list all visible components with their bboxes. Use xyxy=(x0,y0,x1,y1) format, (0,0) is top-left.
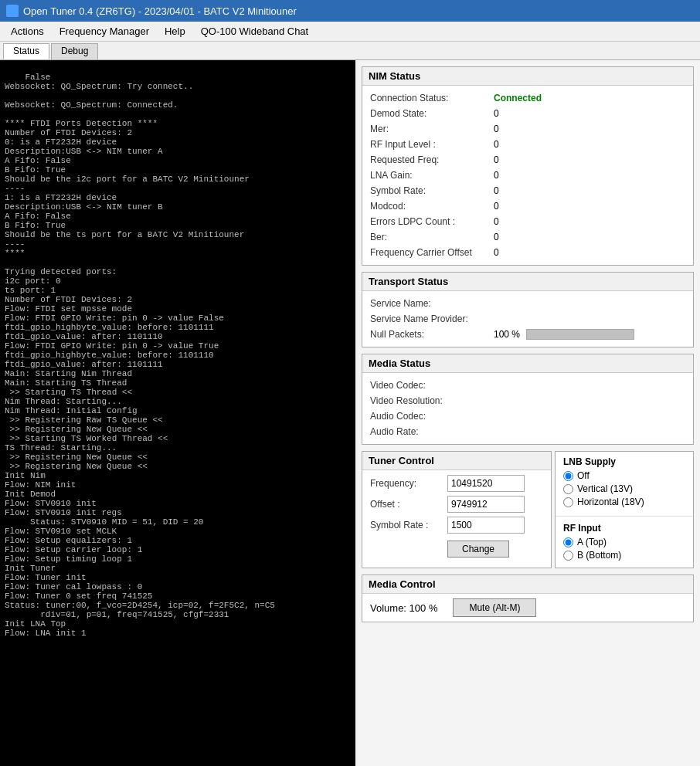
status-row-symbol-rate: Symbol Rate: 0 xyxy=(370,183,685,198)
status-label-demod: Demod State: xyxy=(370,108,494,119)
status-value-req-freq: 0 xyxy=(494,154,499,165)
rf-input-group: RF Input A (Top) B (Bottom) xyxy=(556,518,693,568)
status-label-audio-rate: Audio Rate: xyxy=(370,426,494,437)
status-value-demod: 0 xyxy=(494,108,499,119)
lnb-horizontal-row: Horizontal (18V) xyxy=(563,497,685,507)
status-value-connection: Connected xyxy=(494,93,542,103)
status-row-ber: Ber: 0 xyxy=(370,229,685,245)
lnb-horizontal-label: Horizontal (18V) xyxy=(577,497,644,507)
status-row-video-codec: Video Codec: xyxy=(370,378,685,393)
rf-a-radio[interactable] xyxy=(563,537,573,547)
status-row-service-name: Service Name: xyxy=(370,296,685,311)
lnb-off-row: Off xyxy=(563,470,685,481)
app-icon xyxy=(6,5,19,17)
status-row-errors-ldpc: Errors LDPC Count : 0 xyxy=(370,214,685,229)
nim-status-body: Connection Status: Connected Demod State… xyxy=(362,86,693,265)
tuner-lnb-row: Tuner Control Frequency: Offset : Symbol… xyxy=(362,451,694,568)
status-row-req-freq: Requested Freq: 0 xyxy=(370,152,685,168)
media-control-body: Volume: 100 % Mute (Alt-M) xyxy=(362,594,693,622)
status-value-symbol-rate: 0 xyxy=(494,185,499,196)
change-button[interactable]: Change xyxy=(447,541,509,558)
lnb-supply-group: LNB Supply Off Vertical (13V) Horizontal… xyxy=(556,452,693,514)
nim-status-title: NIM Status xyxy=(362,67,693,86)
tab-status[interactable]: Status xyxy=(3,43,49,59)
status-value-rf-input: 0 xyxy=(494,139,499,150)
null-packets-progress-bar xyxy=(526,329,634,340)
status-row-freq-offset: Frequency Carrier Offset 0 xyxy=(370,245,685,260)
tuner-control-body: Frequency: Offset : Symbol Rate : Change xyxy=(362,470,551,562)
tuner-frequency-row: Frequency: xyxy=(370,475,543,492)
media-status-body: Video Codec: Video Resolution: Audio Cod… xyxy=(362,373,693,444)
lnb-off-label: Off xyxy=(577,470,590,481)
console-text: False Websocket: QO_Spectrum: Try connec… xyxy=(5,73,275,638)
status-label-ber: Ber: xyxy=(370,232,494,242)
status-label-video-res: Video Resolution: xyxy=(370,395,494,406)
frequency-input[interactable] xyxy=(447,475,525,492)
symbol-rate-input[interactable] xyxy=(447,517,525,534)
rf-input-title: RF Input xyxy=(563,523,685,534)
status-value-freq-offset: 0 xyxy=(494,247,499,258)
lnb-vertical-label: Vertical (13V) xyxy=(577,483,633,494)
menu-frequency-manager[interactable]: Frequency Manager xyxy=(52,23,157,39)
status-row-mer: Mer: 0 xyxy=(370,121,685,137)
rf-a-label: A (Top) xyxy=(577,537,607,547)
rf-b-label: B (Bottom) xyxy=(577,550,621,561)
status-label-service-provider: Service Name Provider: xyxy=(370,314,494,324)
status-value-modcod: 0 xyxy=(494,201,499,212)
tuner-symbol-rate-row: Symbol Rate : xyxy=(370,517,543,534)
offset-input[interactable] xyxy=(447,496,525,513)
right-panel: NIM Status Connection Status: Connected … xyxy=(355,60,700,766)
mute-button[interactable]: Mute (Alt-M) xyxy=(453,598,536,617)
status-row-video-res: Video Resolution: xyxy=(370,393,685,408)
status-value-errors-ldpc: 0 xyxy=(494,216,499,227)
status-row-modcod: Modcod: 0 xyxy=(370,198,685,214)
tuner-frequency-label: Frequency: xyxy=(370,478,447,489)
menu-actions[interactable]: Actions xyxy=(3,23,52,39)
null-packets-progress-fill xyxy=(527,330,634,339)
menu-qo100[interactable]: QO-100 Wideband Chat xyxy=(193,23,316,39)
status-label-freq-offset: Frequency Carrier Offset xyxy=(370,247,494,258)
tab-debug[interactable]: Debug xyxy=(51,43,98,59)
status-label-audio-codec: Audio Codec: xyxy=(370,411,494,422)
status-value-mer: 0 xyxy=(494,124,499,134)
window-title: Open Tuner 0.4 (ZR6TG) - 2023/04/01 - BA… xyxy=(23,5,297,17)
media-status-section: Media Status Video Codec: Video Resoluti… xyxy=(362,354,694,445)
lnb-rf-section: LNB Supply Off Vertical (13V) Horizontal… xyxy=(555,451,694,568)
tuner-control-title: Tuner Control xyxy=(362,452,551,470)
status-value-lna-gain: 0 xyxy=(494,170,499,181)
status-label-service-name: Service Name: xyxy=(370,298,494,309)
status-value-null-packets: 100 % xyxy=(494,329,520,340)
media-status-title: Media Status xyxy=(362,354,693,373)
menu-help[interactable]: Help xyxy=(157,23,193,39)
media-control-title: Media Control xyxy=(362,575,693,594)
tuner-offset-row: Offset : xyxy=(370,496,543,513)
tab-bar: Status Debug xyxy=(0,42,700,60)
status-row-lna-gain: LNA Gain: 0 xyxy=(370,168,685,183)
console-panel: False Websocket: QO_Spectrum: Try connec… xyxy=(0,60,355,766)
transport-status-section: Transport Status Service Name: Service N… xyxy=(362,272,694,347)
status-row-audio-codec: Audio Codec: xyxy=(370,408,685,424)
status-value-ber: 0 xyxy=(494,232,499,242)
status-label-lna-gain: LNA Gain: xyxy=(370,170,494,181)
status-row-service-provider: Service Name Provider: xyxy=(370,311,685,327)
tuner-symbol-rate-label: Symbol Rate : xyxy=(370,520,447,530)
status-row-demod: Demod State: 0 xyxy=(370,106,685,121)
status-label-errors-ldpc: Errors LDPC Count : xyxy=(370,216,494,227)
menu-bar: Actions Frequency Manager Help QO-100 Wi… xyxy=(0,22,700,42)
status-row-audio-rate: Audio Rate: xyxy=(370,424,685,439)
nim-status-section: NIM Status Connection Status: Connected … xyxy=(362,66,694,266)
status-label-modcod: Modcod: xyxy=(370,201,494,212)
lnb-vertical-radio[interactable] xyxy=(563,484,573,494)
rf-b-radio[interactable] xyxy=(563,551,573,561)
lnb-off-radio[interactable] xyxy=(563,471,573,481)
status-label-req-freq: Requested Freq: xyxy=(370,154,494,165)
rf-a-row: A (Top) xyxy=(563,537,685,547)
status-label-rf-input: RF Input Level : xyxy=(370,139,494,150)
lnb-supply-title: LNB Supply xyxy=(563,456,685,467)
status-label-video-codec: Video Codec: xyxy=(370,380,494,391)
main-layout: False Websocket: QO_Spectrum: Try connec… xyxy=(0,60,700,766)
tuner-offset-label: Offset : xyxy=(370,499,447,510)
lnb-horizontal-radio[interactable] xyxy=(563,497,573,507)
title-bar: Open Tuner 0.4 (ZR6TG) - 2023/04/01 - BA… xyxy=(0,0,700,22)
status-label-null-packets: Null Packets: xyxy=(370,329,494,340)
